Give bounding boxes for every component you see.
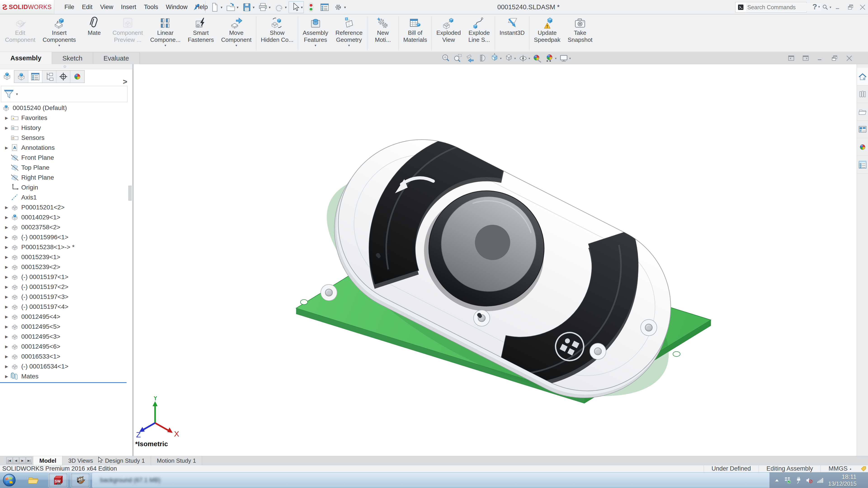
- quick-toolbar-button[interactable]: ▾: [209, 1, 223, 13]
- panel-manager-tab[interactable]: [14, 70, 28, 83]
- doc-close-icon[interactable]: [845, 54, 854, 63]
- filter-dropdown-arrow-icon[interactable]: ▾: [16, 92, 18, 96]
- heads-up-button[interactable]: ▾: [490, 53, 502, 63]
- feature-tree-item[interactable]: ▶ (-) 00015197<4>: [0, 302, 132, 312]
- feature-tree-item[interactable]: ▶ Axis1: [0, 193, 132, 202]
- tray-icon[interactable]: [805, 476, 814, 485]
- expander-icon[interactable]: ▶: [3, 275, 10, 280]
- ribbon-button[interactable]: Component Preview ...: [109, 15, 147, 52]
- feature-tree-item[interactable]: ▶ 00015240 (Default): [0, 103, 132, 113]
- dropdown-arrow-icon[interactable]: ▾: [301, 5, 303, 9]
- dropdown-arrow-icon[interactable]: ▾: [344, 5, 346, 9]
- status-item[interactable]: Editing Assembly: [758, 465, 821, 472]
- dropdown-arrow-icon[interactable]: ▾: [514, 57, 516, 60]
- feature-tree-item[interactable]: ▶ Top Plane: [0, 163, 132, 173]
- task-pane-tab[interactable]: [857, 103, 868, 121]
- expander-icon[interactable]: ▶: [3, 265, 10, 269]
- dropdown-arrow-icon[interactable]: ▾: [500, 57, 502, 60]
- quick-toolbar-button[interactable]: ▾: [332, 1, 347, 13]
- restore-button[interactable]: [846, 3, 855, 11]
- ribbon-button[interactable]: Assembly Features ▾: [299, 15, 332, 52]
- panel-collapse-handle[interactable]: [64, 66, 66, 68]
- feature-tree-item[interactable]: ▶ Right Plane: [0, 173, 132, 183]
- ribbon-button[interactable]: Show Hidden Co...: [257, 15, 297, 52]
- heads-up-button[interactable]: ▾: [518, 53, 530, 63]
- tree-rollback-bar[interactable]: [0, 382, 127, 383]
- feature-tree-item[interactable]: ▶ P00015238<1>-> *: [0, 242, 132, 252]
- heads-up-button[interactable]: [532, 53, 542, 63]
- ribbon-button[interactable]: Reference Geometry ▾: [332, 15, 366, 52]
- taskbar-open-window[interactable]: background (67.1 MB): [92, 473, 772, 488]
- quick-toolbar-button[interactable]: [305, 1, 317, 13]
- feature-tree-item[interactable]: ▶ 00016533<1>: [0, 352, 132, 361]
- feature-tree-item[interactable]: ▶ (-) 00015197<2>: [0, 282, 132, 292]
- tray-icon[interactable]: [773, 476, 781, 485]
- pin-toolbar-icon[interactable]: [193, 3, 202, 12]
- dropdown-arrow-icon[interactable]: ▾: [555, 57, 557, 60]
- tag-icon[interactable]: [860, 466, 867, 472]
- expander-icon[interactable]: ▶: [3, 304, 10, 309]
- tray-icon[interactable]: [794, 476, 803, 485]
- feature-tree-item[interactable]: ▶ 00012495<5>: [0, 322, 132, 332]
- expander-icon[interactable]: ▶: [3, 334, 10, 339]
- task-pane-tab[interactable]: [857, 138, 868, 156]
- search-icon[interactable]: [822, 3, 829, 11]
- expander-icon[interactable]: ▶: [3, 126, 10, 130]
- study-tab[interactable]: Model: [33, 456, 62, 465]
- search-input[interactable]: [746, 3, 822, 11]
- panel-manager-tab[interactable]: [70, 70, 84, 83]
- ribbon-button[interactable]: Update Speedpak: [530, 15, 564, 52]
- feature-tree-item[interactable]: ▶ 00012495<4>: [0, 312, 132, 322]
- feature-tree-item[interactable]: ▶ Annotations: [0, 143, 132, 153]
- expander-icon[interactable]: ▶: [3, 235, 10, 240]
- ribbon-button[interactable]: Smart Fasteners: [184, 15, 218, 52]
- tray-icon[interactable]: [816, 476, 825, 485]
- ribbon-button[interactable]: Exploded View: [433, 15, 464, 52]
- expander-icon[interactable]: ▶: [3, 295, 10, 299]
- dropdown-arrow-icon[interactable]: ▾: [58, 43, 60, 47]
- ribbon-button[interactable]: Take Snapshot: [564, 15, 596, 52]
- heads-up-button[interactable]: [441, 53, 451, 63]
- panel-expand-arrow[interactable]: >: [123, 77, 127, 86]
- status-item[interactable]: MMGS ▴: [820, 465, 859, 472]
- expander-icon[interactable]: ▶: [3, 324, 10, 329]
- tree-filter-bar[interactable]: ▾: [1, 86, 127, 102]
- feature-tree-item[interactable]: ▶ 00014029<1>: [0, 213, 132, 222]
- dropdown-arrow-icon[interactable]: ▾: [164, 43, 166, 47]
- dropdown-arrow-icon[interactable]: ▾: [237, 5, 239, 9]
- dropdown-arrow-icon[interactable]: ▾: [253, 5, 254, 9]
- study-tab[interactable]: Design Study 1: [99, 456, 151, 465]
- dropdown-arrow-icon[interactable]: ▾: [221, 5, 222, 9]
- expander-icon[interactable]: ▶: [3, 145, 10, 150]
- task-pane-tab[interactable]: [857, 68, 868, 86]
- menu-item[interactable]: View: [96, 0, 117, 14]
- taskbar-solidworks-button[interactable]: [49, 473, 68, 487]
- search-commands-box[interactable]: ▾: [735, 2, 807, 12]
- expander-icon[interactable]: ▶: [3, 205, 10, 210]
- quick-toolbar-button[interactable]: ▾: [241, 1, 256, 13]
- close-button[interactable]: [858, 3, 867, 11]
- graphics-viewport[interactable]: Y X Z *Isometric: [134, 64, 857, 456]
- panel-manager-tab[interactable]: [28, 70, 42, 83]
- menu-item[interactable]: Edit: [78, 0, 96, 14]
- collapse-pane-left-icon[interactable]: [787, 54, 796, 63]
- panel-manager-tab[interactable]: [56, 70, 70, 83]
- ribbon-button[interactable]: Move Component ▾: [217, 15, 255, 52]
- feature-tree-item[interactable]: ▶ (-) 00015197<3>: [0, 292, 132, 302]
- collapse-pane-right-icon[interactable]: [802, 54, 810, 63]
- tray-icon[interactable]: [783, 476, 792, 485]
- quick-toolbar-button[interactable]: ▾: [256, 1, 272, 13]
- feature-tree-item[interactable]: ▶ (-) 00015996<1>: [0, 232, 132, 242]
- dropdown-arrow-icon[interactable]: ▾: [315, 43, 316, 47]
- feature-tree-item[interactable]: ▶ Favorites: [0, 113, 132, 123]
- help-button[interactable]: ?▾: [812, 2, 820, 11]
- feature-tree-item[interactable]: ▶ Front Plane: [0, 153, 132, 163]
- dropdown-arrow-icon[interactable]: ▾: [269, 5, 271, 9]
- feature-tree-item[interactable]: ▶ (-) 00016534<1>: [0, 361, 132, 371]
- dropdown-arrow-icon[interactable]: ▾: [569, 57, 571, 60]
- doc-restore-icon[interactable]: [831, 54, 839, 63]
- expander-icon[interactable]: ▶: [3, 116, 10, 121]
- expander-icon[interactable]: ▶: [3, 225, 10, 230]
- ribbon-button[interactable]: Edit Component: [1, 15, 39, 52]
- expander-icon[interactable]: ▶: [3, 344, 10, 349]
